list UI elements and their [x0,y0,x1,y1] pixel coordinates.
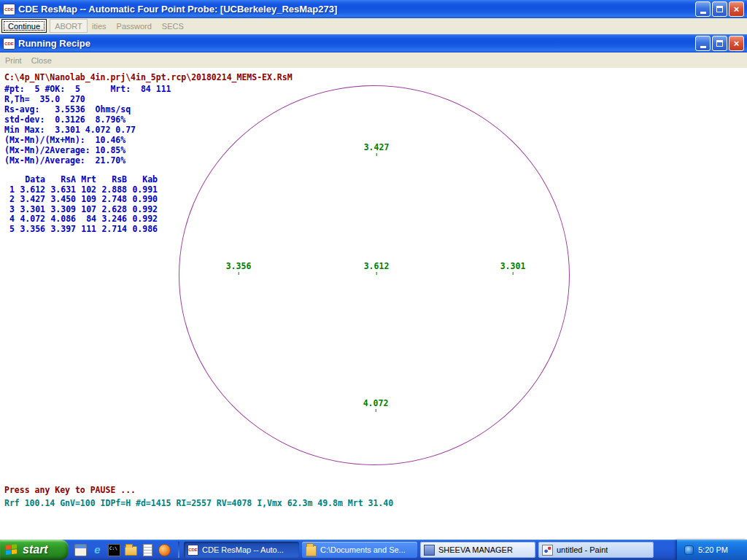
desktop: CDE CDE ResMap -- Automatic Four Point P… [0,0,747,560]
minimize-icon [700,12,706,14]
table-cell: 102 [76,185,96,195]
minimize-button[interactable] [695,1,711,17]
stats-line: (Mx-Mn)/Average: 21.70% [4,155,171,166]
results-table: DataRsAMrtRsBKab13.6123.6311022.8880.991… [4,175,158,234]
taskbar-divider [178,542,179,558]
table-cell: 3.631 [45,185,76,195]
recipe-menu-item[interactable]: Print [5,56,22,65]
pause-message: Press any Key to PAUSE ... [4,485,136,495]
maximize-icon [716,6,723,12]
table-cell: 2.888 [96,185,127,195]
minimize-icon [700,46,706,48]
status-line: Rrf 100.14 GnV=100 IDPf=H #d=1415 RI=255… [4,498,393,508]
table-row: 33.3013.3091072.6280.992 [4,205,158,215]
table-header-cell: Kab [127,175,158,185]
main-window-titlebar[interactable]: CDE CDE ResMap -- Automatic Four Point P… [0,0,747,18]
table-cell: 4.072 [15,214,45,225]
table-header-cell: Data [15,175,45,185]
start-button-label: start [23,543,48,556]
table-header-cell: RsB [96,175,127,185]
wafer-point-tick [376,409,376,412]
table-cell: 3 [4,205,15,215]
start-button[interactable]: start [0,540,69,560]
stats-block: #pt: 5 #OK: 5 Mrt: 84 111R,Th= 35.0 270R… [4,84,171,166]
table-cell: 0.992 [127,205,158,215]
table-cell: 0.986 [127,225,158,235]
main-toolbar: Continue ABORT itiesPasswordSECS [0,18,747,34]
taskbar-button[interactable]: untitled - Paint [538,542,654,558]
notepad-icon[interactable] [143,544,152,556]
table-cell: 3.301 [15,205,45,215]
show-desktop-icon[interactable] [74,544,87,556]
stats-line: R,Th= 35.0 270 [4,94,171,104]
table-header-row: DataRsAMrtRsBKab [4,175,158,185]
taskbar-button-label: SHEEVA MANAGER [438,545,513,554]
close-button[interactable]: × [729,1,744,17]
wafer-point-value: 3.301 [500,262,526,271]
table-cell: 3.427 [15,195,45,205]
recipe-menubar: PrintClose [0,52,747,68]
task-list: CDECDE ResMap -- Auto...C:\Documents and… [181,542,654,558]
main-window-title: CDE ResMap -- Automatic Four Point Probe… [18,4,692,15]
taskbar-button-label: C:\Documents and Se... [320,545,406,554]
table-row: 53.3563.3971112.7140.986 [4,225,158,235]
wafer-point: 3.301 [500,262,526,271]
taskbar-button[interactable]: CDECDE ResMap -- Auto... [184,542,299,558]
recipe-caption-buttons: × [695,36,744,51]
cmd-icon[interactable]: C:\ [108,544,120,556]
wafer-point: 3.356 [226,262,252,271]
network-tray-icon[interactable] [684,545,694,555]
table-row: 13.6123.6311022.8880.991 [4,185,158,195]
table-cell: 5 [4,225,15,235]
table-header-cell: RsA [45,175,76,185]
recipe-window-titlebar[interactable]: CDE Running Recipe × [0,34,747,52]
wafer-point-value: 3.427 [364,143,390,152]
wafer-point: 3.427 [364,143,390,152]
continue-button[interactable]: Continue [1,19,47,33]
ie-icon[interactable]: e [91,544,104,556]
table-cell: 2 [4,195,15,205]
table-cell: 0.990 [127,195,158,205]
main-menu-item[interactable]: SECS [162,22,184,31]
table-cell: 0.991 [127,185,158,195]
cde-app-icon-text: CDE [4,7,14,12]
recipe-menu-item[interactable]: Close [31,56,52,65]
windows-logo-icon [6,544,18,556]
wafer-point-value: 3.612 [364,262,390,271]
table-cell: 3.246 [96,214,127,225]
table-cell: 109 [76,195,96,205]
main-menu-item[interactable]: Password [117,22,152,31]
table-cell: 3.397 [45,225,76,235]
table-cell: 107 [76,205,96,215]
table-cell: 3.356 [15,225,45,235]
recipe-close-button[interactable]: × [729,36,744,51]
cde-app-icon: CDE [3,4,15,15]
folder-icon[interactable] [125,546,137,556]
table-row: 23.4273.4501092.7480.990 [4,195,158,205]
table-cell: 2.748 [96,195,127,205]
cde-icon: CDE [187,545,198,556]
stats-line: Rs-avg: 3.5536 Ohms/sq [4,104,171,114]
recipe-minimize-button[interactable] [695,36,711,51]
paint-icon [542,545,553,556]
taskbar-button[interactable]: C:\Documents and Se... [302,542,417,558]
table-cell: 2.714 [96,225,127,235]
recipe-path: C:\4p_NT\Nanolab_4in.prj\4in_5pt.rcp\201… [4,72,293,82]
table-header-cell [4,175,15,185]
taskbar-button[interactable]: SHEEVA MANAGER [420,542,535,558]
table-cell: 3.309 [45,205,76,215]
clock[interactable]: 5:20 PM [698,545,728,554]
abort-button[interactable]: ABORT [50,19,88,33]
table-cell: 84 [76,214,96,225]
stats-line: std-dev: 0.3126 8.796% [4,114,171,125]
maximize-button[interactable] [712,1,727,17]
recipe-maximize-button[interactable] [712,36,727,51]
wafer-point: 3.612 [364,262,390,271]
main-caption-buttons: × [695,1,744,17]
stats-line: #pt: 5 #OK: 5 Mrt: 84 111 [4,84,171,94]
media-icon[interactable] [158,544,171,556]
main-menu-item[interactable]: ities [92,22,107,31]
table-cell: 1 [4,185,15,195]
close-icon: × [734,38,740,49]
close-icon: × [734,4,740,15]
